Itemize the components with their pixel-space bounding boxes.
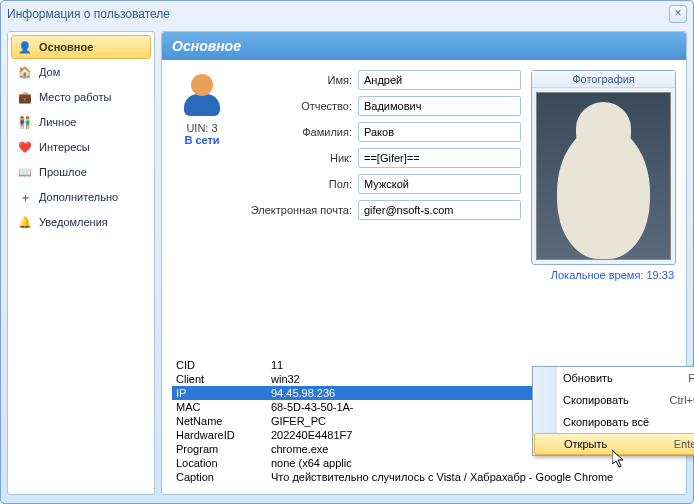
menu-item-copy[interactable]: Скопировать Ctrl+C [533,389,694,411]
close-button[interactable]: × [669,5,687,23]
menu-item-label: Открыть [564,438,607,450]
menu-shortcut: F5 [688,372,694,384]
sidebar-item-work[interactable]: 💼 Место работы [11,85,151,109]
avatar-icon [178,70,226,118]
name-field[interactable] [358,70,521,90]
gender-field[interactable] [358,174,521,194]
sidebar-item-additional[interactable]: ＋ Дополнительно [11,185,151,209]
menu-item-refresh[interactable]: Обновить F5 [533,367,694,389]
sidebar-item-main[interactable]: 👤 Основное [11,35,151,59]
sidebar-item-interests[interactable]: ❤️ Интересы [11,135,151,159]
gender-label: Пол: [242,178,352,190]
sidebar-item-personal[interactable]: 👫 Личное [11,110,151,134]
user-info-window: Информация о пользователе × 👤 Основное 🏠… [0,0,694,504]
form-column: Имя: Отчество: Фамилия: Ник: [242,70,521,350]
last-label: Фамилия: [242,126,352,138]
sidebar-item-label: Личное [39,116,76,128]
sidebar-item-label: Интересы [39,141,90,153]
sidebar-item-label: Уведомления [39,216,108,228]
uin-label: UIN: 3 [172,122,232,134]
user-photo[interactable] [536,92,671,260]
window-title: Информация о пользователе [7,7,170,21]
sidebar-item-home[interactable]: 🏠 Дом [11,60,151,84]
sidebar-item-label: Прошлое [39,166,87,178]
sidebar-item-notifications[interactable]: 🔔 Уведомления [11,210,151,234]
table-row: Locationnone (x64 applic [172,456,676,470]
titlebar: Информация о пользователе × [1,1,693,27]
nick-field[interactable] [358,148,521,168]
email-label: Электронная почта: [242,204,352,216]
email-field[interactable] [358,200,521,220]
person-icon: 👫 [17,114,33,130]
local-time: Локальное время: 19:33 [531,269,676,281]
status-label: В сети [172,134,232,146]
last-field[interactable] [358,122,521,142]
avatar-column: UIN: 3 В сети [172,70,232,350]
panel-header: Основное [162,32,686,60]
menu-item-label: Обновить [563,372,613,384]
sidebar-item-label: Дополнительно [39,191,118,203]
photo-header: Фотография [532,71,675,88]
name-label: Имя: [242,74,352,86]
menu-item-copy-all[interactable]: Скопировать всё [533,411,694,433]
sidebar-item-past[interactable]: 📖 Прошлое [11,160,151,184]
heart-icon: ❤️ [17,139,33,155]
plus-icon: ＋ [17,189,33,205]
menu-shortcut: Enter [674,438,694,450]
photo-panel: Фотография [531,70,676,265]
middle-label: Отчество: [242,100,352,112]
nick-label: Ник: [242,152,352,164]
home-icon: 🏠 [17,64,33,80]
main-panel: Основное UIN: 3 В сети [161,31,687,495]
bell-icon: 🔔 [17,214,33,230]
sidebar-item-label: Место работы [39,91,111,103]
middle-field[interactable] [358,96,521,116]
menu-shortcut: Ctrl+C [670,394,694,406]
sidebar-item-label: Дом [39,66,60,78]
briefcase-icon: 💼 [17,89,33,105]
sidebar-item-label: Основное [39,41,93,53]
context-menu: Обновить F5 Скопировать Ctrl+C Скопирова… [532,366,694,456]
menu-item-open[interactable]: Открыть Enter [534,433,694,455]
user-icon: 👤 [17,39,33,55]
sidebar: 👤 Основное 🏠 Дом 💼 Место работы 👫 Личное… [7,31,155,495]
menu-item-label: Скопировать всё [563,416,649,428]
table-row: CaptionЧто действительно случилось с Vis… [172,470,676,484]
close-icon: × [674,6,681,20]
book-icon: 📖 [17,164,33,180]
menu-item-label: Скопировать [563,394,629,406]
